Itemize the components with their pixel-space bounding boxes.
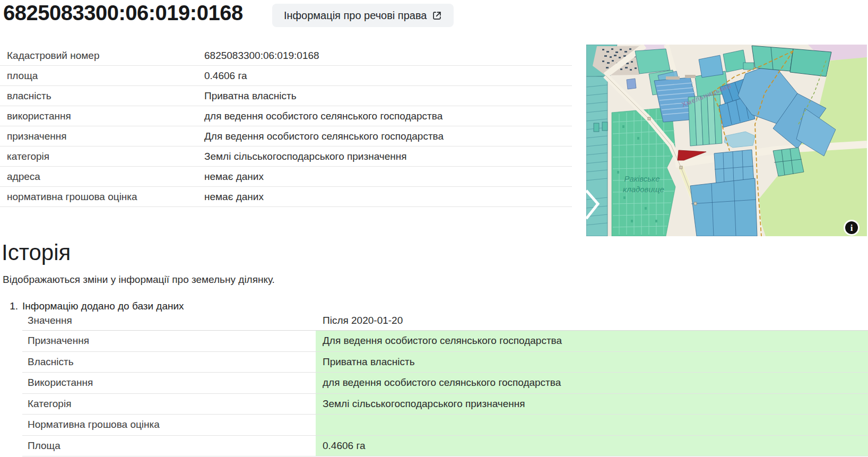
history-row-value: Для ведення особистого селянського госпо… — [316, 331, 868, 351]
map-tiles: Раківське кладовище Хмельницький — [586, 45, 867, 236]
history-table: Значення Після 2020-01-20 Призначення Дл… — [22, 311, 868, 456]
detail-value: 0.4606 га — [204, 70, 572, 82]
history-row: Призначення Для ведення особистого селян… — [22, 331, 868, 352]
property-rights-button[interactable]: Інформація про речові права — [272, 4, 454, 27]
history-header-label: Значення — [22, 311, 316, 330]
table-row: призначення Для ведення особистого селян… — [0, 126, 572, 146]
detail-label: адреса — [0, 171, 204, 183]
table-row: адреса немає даних — [0, 167, 572, 187]
cemetery-label-line1: Раківське — [624, 174, 659, 183]
history-row-value: для ведення особистого селянського госпо… — [316, 373, 868, 393]
history-header-value: Після 2020-01-20 — [316, 311, 868, 330]
info-icon: i — [845, 221, 858, 234]
history-row-label: Власність — [22, 352, 316, 373]
property-rights-button-label: Інформація про речові права — [284, 10, 427, 22]
table-row: Кадастровий номер 6825083300:06:019:0168 — [0, 46, 572, 66]
table-row: площа 0.4606 га — [0, 66, 572, 86]
detail-value: немає даних — [204, 191, 572, 203]
cadastral-map[interactable]: Раківське кладовище Хмельницький i — [586, 45, 867, 236]
history-entry-number: 1. — [0, 300, 22, 312]
history-row: Нормативна грошова оцінка — [22, 415, 868, 436]
history-row: Власність Приватна власність — [22, 352, 868, 373]
detail-label: призначення — [0, 131, 204, 142]
history-row-label: Категорія — [22, 394, 316, 415]
history-row: Категорія Землі сільськогосподарського п… — [22, 394, 868, 415]
detail-value: 6825083300:06:019:0168 — [204, 50, 572, 62]
history-row-label: Площа — [22, 436, 316, 456]
detail-value: немає даних — [204, 171, 572, 183]
detail-label: категорія — [0, 151, 204, 162]
detail-label: власність — [0, 90, 204, 102]
detail-value: Землі сільськогосподарського призначення — [204, 151, 572, 162]
history-row-value: 0.4606 га — [316, 436, 868, 456]
history-row-label: Використання — [22, 373, 316, 393]
detail-label: нормативна грошова оцінка — [0, 191, 204, 203]
history-row-label: Нормативна грошова оцінка — [22, 415, 316, 435]
history-row: Використання для ведення особистого селя… — [22, 373, 868, 394]
history-description: Відображаються зміни у інформації про зе… — [3, 274, 275, 286]
detail-value: Приватна власність — [204, 90, 572, 102]
detail-value: для ведення особистого селянського госпо… — [204, 110, 572, 122]
parcel-details-table: Кадастровий номер 6825083300:06:019:0168… — [0, 46, 572, 207]
table-row: використання для ведення особистого селя… — [0, 106, 572, 126]
page-title: 6825083300:06:019:0168 — [3, 1, 243, 25]
external-link-icon — [432, 11, 442, 21]
history-row-value: Приватна власність — [316, 352, 868, 373]
history-row-value: Землі сільськогосподарського призначення — [316, 394, 868, 415]
cemetery-label-line2: кладовище — [623, 185, 664, 194]
history-row-label: Призначення — [22, 331, 316, 351]
detail-label: використання — [0, 110, 204, 122]
history-row: Площа 0.4606 га — [22, 436, 868, 457]
detail-value: Для ведення особистого селянського госпо… — [204, 131, 572, 142]
table-row: категорія Землі сільськогосподарського п… — [0, 146, 572, 167]
detail-label: Кадастровий номер — [0, 50, 204, 62]
history-header-row: Значення Після 2020-01-20 — [22, 311, 868, 331]
table-row: нормативна грошова оцінка немає даних — [0, 187, 572, 207]
history-row-value — [316, 415, 868, 435]
detail-label: площа — [0, 70, 204, 82]
history-heading: Історія — [2, 240, 71, 265]
table-row: власність Приватна власність — [0, 86, 572, 106]
map-attribution-button[interactable]: i — [844, 220, 860, 236]
